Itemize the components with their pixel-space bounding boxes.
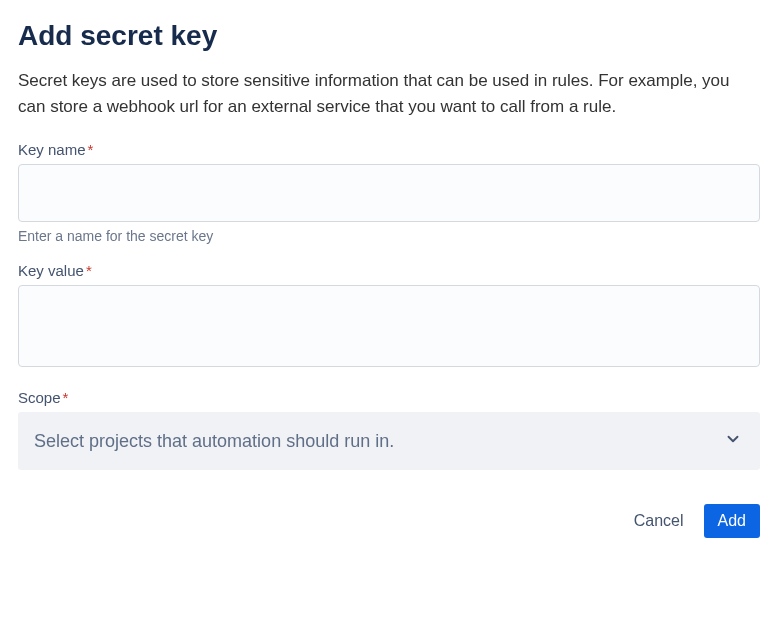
key-name-hint: Enter a name for the secret key bbox=[18, 228, 760, 244]
key-value-label: Key value* bbox=[18, 262, 760, 279]
scope-select[interactable]: Select projects that automation should r… bbox=[18, 412, 760, 470]
scope-placeholder: Select projects that automation should r… bbox=[34, 431, 394, 452]
required-marker: * bbox=[63, 389, 69, 406]
required-marker: * bbox=[86, 262, 92, 279]
add-button[interactable]: Add bbox=[704, 504, 760, 538]
dialog-description: Secret keys are used to store sensitive … bbox=[18, 68, 760, 119]
key-value-label-text: Key value bbox=[18, 262, 84, 279]
scope-label-text: Scope bbox=[18, 389, 61, 406]
required-marker: * bbox=[88, 141, 94, 158]
key-name-field: Key name* Enter a name for the secret ke… bbox=[18, 141, 760, 244]
cancel-button[interactable]: Cancel bbox=[620, 504, 698, 538]
key-value-field: Key value* bbox=[18, 262, 760, 371]
scope-label: Scope* bbox=[18, 389, 760, 406]
key-name-label-text: Key name bbox=[18, 141, 86, 158]
dialog-actions: Cancel Add bbox=[18, 504, 760, 538]
key-value-input[interactable] bbox=[18, 285, 760, 367]
dialog-title: Add secret key bbox=[18, 20, 760, 52]
key-name-input[interactable] bbox=[18, 164, 760, 222]
scope-field: Scope* Select projects that automation s… bbox=[18, 389, 760, 470]
key-name-label: Key name* bbox=[18, 141, 760, 158]
scope-select-wrapper: Select projects that automation should r… bbox=[18, 412, 760, 470]
